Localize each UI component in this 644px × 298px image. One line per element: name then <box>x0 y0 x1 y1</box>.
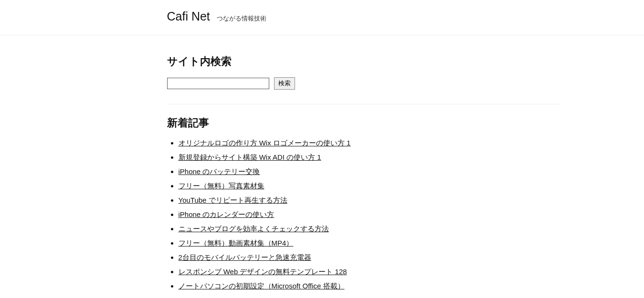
article-link[interactable]: ノートパソコンの初期設定（Microsoft Office 搭載） <box>179 282 345 290</box>
article-link[interactable]: フリー（無料）写真素材集 <box>179 182 264 190</box>
article-link[interactable]: 2台目のモバイルバッテリーと急速充電器 <box>179 253 311 261</box>
article-list: オリジナルロゴの作り方 Wix ロゴメーカーの使い方 1新規登録からサイト構築 … <box>167 139 561 291</box>
article-link[interactable]: ニュースやブログを効率よくチェックする方法 <box>179 225 329 233</box>
article-link[interactable]: iPhone のバッテリー交換 <box>179 167 260 175</box>
recent-heading: 新着記事 <box>167 116 561 130</box>
article-link[interactable]: オリジナルロゴの作り方 Wix ロゴメーカーの使い方 1 <box>179 139 351 147</box>
search-section: サイト内検索 検索 <box>167 54 561 104</box>
search-input[interactable] <box>167 78 269 89</box>
list-item: iPhone のバッテリー交換 <box>179 167 561 176</box>
list-item: ノートパソコンの初期設定（Microsoft Office 搭載） <box>179 282 561 291</box>
list-item: 新規登録からサイト構築 Wix ADI の使い方 1 <box>179 153 561 162</box>
list-item: YouTube でリピート再生する方法 <box>179 196 561 205</box>
article-link[interactable]: フリー（無料）動画素材集（MP4） <box>179 239 294 247</box>
search-heading: サイト内検索 <box>167 54 561 69</box>
article-link[interactable]: iPhone のカレンダーの使い方 <box>179 210 274 218</box>
article-link[interactable]: 新規登録からサイト構築 Wix ADI の使い方 1 <box>179 153 321 161</box>
list-item: 2台目のモバイルバッテリーと急速充電器 <box>179 253 561 262</box>
article-link[interactable]: YouTube でリピート再生する方法 <box>179 196 287 204</box>
recent-articles-section: 新着記事 オリジナルロゴの作り方 Wix ロゴメーカーの使い方 1新規登録からサ… <box>167 104 561 291</box>
list-item: iPhone のカレンダーの使い方 <box>179 210 561 219</box>
list-item: オリジナルロゴの作り方 Wix ロゴメーカーの使い方 1 <box>179 139 561 148</box>
search-row: 検索 <box>167 77 561 104</box>
list-item: レスポンシブ Web デザインの無料テンプレート 128 <box>179 267 561 277</box>
site-tagline: つながる情報技術 <box>217 15 266 22</box>
site-title: Cafi Net <box>167 10 210 23</box>
list-item: フリー（無料）動画素材集（MP4） <box>179 239 561 248</box>
list-item: フリー（無料）写真素材集 <box>179 182 561 191</box>
article-link[interactable]: レスポンシブ Web デザインの無料テンプレート 128 <box>179 267 347 276</box>
search-button[interactable]: 検索 <box>274 77 295 90</box>
list-item: ニュースやブログを効率よくチェックする方法 <box>179 225 561 234</box>
